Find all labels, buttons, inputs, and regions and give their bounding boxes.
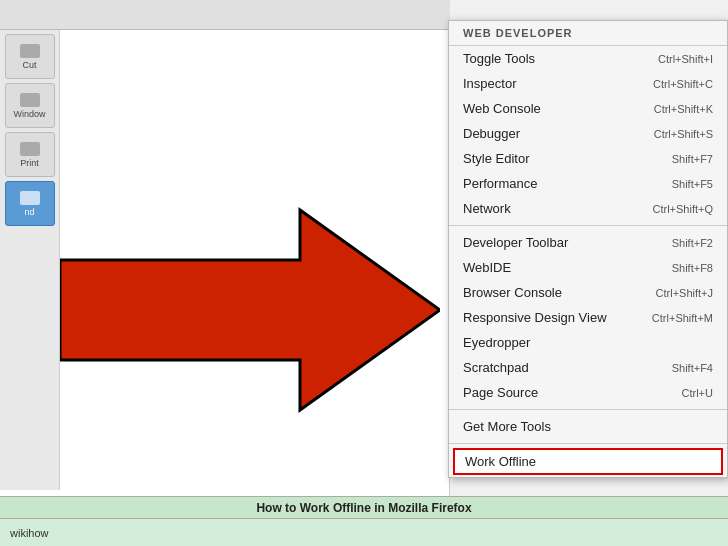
menu-label-work-offline: Work Offline: [465, 454, 536, 469]
menu-item-responsive-design[interactable]: Responsive Design View Ctrl+Shift+M: [449, 305, 727, 330]
menu-item-page-source[interactable]: Page Source Ctrl+U: [449, 380, 727, 405]
menu-item-performance[interactable]: Performance Shift+F5: [449, 171, 727, 196]
menu-item-developer-toolbar[interactable]: Developer Toolbar Shift+F2: [449, 230, 727, 255]
menu-label-network: Network: [463, 201, 511, 216]
window-icon: [20, 93, 40, 107]
menu-shortcut-scratchpad: Shift+F4: [672, 362, 713, 374]
toolbar-label-print: Print: [20, 158, 39, 168]
menu-item-toggle-tools[interactable]: Toggle Tools Ctrl+Shift+I: [449, 46, 727, 71]
menu-item-work-offline[interactable]: Work Offline: [453, 448, 723, 475]
menu-shortcut-browser-console: Ctrl+Shift+J: [656, 287, 713, 299]
arrow-container: [60, 200, 440, 420]
menu-item-network[interactable]: Network Ctrl+Shift+Q: [449, 196, 727, 221]
menu-shortcut-toggle-tools: Ctrl+Shift+I: [658, 53, 713, 65]
bottom-bar: wikihow: [0, 518, 728, 546]
toolbar-item-window[interactable]: Window: [5, 83, 55, 128]
menu-label-web-console: Web Console: [463, 101, 541, 116]
menu-shortcut-style-editor: Shift+F7: [672, 153, 713, 165]
svg-marker-0: [60, 210, 440, 410]
cut-icon: [20, 44, 40, 58]
caption-text: How to Work Offline in Mozilla Firefox: [256, 501, 471, 515]
separator-3: [449, 443, 727, 444]
separator-2: [449, 409, 727, 410]
toolbar-label-cut: Cut: [22, 60, 36, 70]
menu-label-page-source: Page Source: [463, 385, 538, 400]
menu-item-debugger[interactable]: Debugger Ctrl+Shift+S: [449, 121, 727, 146]
toolbar-item-print[interactable]: Print: [5, 132, 55, 177]
menu-label-style-editor: Style Editor: [463, 151, 529, 166]
menu-label-responsive-design: Responsive Design View: [463, 310, 607, 325]
menu-item-inspector[interactable]: Inspector Ctrl+Shift+C: [449, 71, 727, 96]
menu-label-debugger: Debugger: [463, 126, 520, 141]
menu-label-browser-console: Browser Console: [463, 285, 562, 300]
menu-label-eyedropper: Eyedropper: [463, 335, 530, 350]
menu-shortcut-developer-toolbar: Shift+F2: [672, 237, 713, 249]
toolbar-label-window: Window: [13, 109, 45, 119]
bottom-bar-text: wikihow: [10, 527, 49, 539]
print-icon: [20, 142, 40, 156]
menu-label-toggle-tools: Toggle Tools: [463, 51, 535, 66]
menu-header: Web Developer: [449, 21, 727, 46]
image-caption: How to Work Offline in Mozilla Firefox: [0, 496, 728, 518]
menu-item-eyedropper[interactable]: Eyedropper: [449, 330, 727, 355]
menu-item-webide[interactable]: WebIDE Shift+F8: [449, 255, 727, 280]
menu-label-performance: Performance: [463, 176, 537, 191]
menu-label-webide: WebIDE: [463, 260, 511, 275]
menu-shortcut-web-console: Ctrl+Shift+K: [654, 103, 713, 115]
menu-shortcut-performance: Shift+F5: [672, 178, 713, 190]
toolbar-label-nd: nd: [24, 207, 34, 217]
toolbar-item-nd[interactable]: nd: [5, 181, 55, 226]
menu-item-get-more-tools[interactable]: Get More Tools: [449, 414, 727, 439]
menu-shortcut-responsive-design: Ctrl+Shift+M: [652, 312, 713, 324]
toolbar-left: Cut Window Print nd: [0, 30, 60, 490]
menu-label-get-more-tools: Get More Tools: [463, 419, 551, 434]
menu-shortcut-page-source: Ctrl+U: [682, 387, 713, 399]
menu-label-developer-toolbar: Developer Toolbar: [463, 235, 568, 250]
menu-item-style-editor[interactable]: Style Editor Shift+F7: [449, 146, 727, 171]
nd-icon: [20, 191, 40, 205]
menu-shortcut-network: Ctrl+Shift+Q: [652, 203, 713, 215]
separator-1: [449, 225, 727, 226]
menu-item-web-console[interactable]: Web Console Ctrl+Shift+K: [449, 96, 727, 121]
title-bar: [0, 0, 450, 30]
menu-shortcut-webide: Shift+F8: [672, 262, 713, 274]
toolbar-item-cut[interactable]: Cut: [5, 34, 55, 79]
menu-label-scratchpad: Scratchpad: [463, 360, 529, 375]
menu-item-browser-console[interactable]: Browser Console Ctrl+Shift+J: [449, 280, 727, 305]
red-arrow-svg: [60, 200, 440, 420]
menu-shortcut-debugger: Ctrl+Shift+S: [654, 128, 713, 140]
menu-shortcut-inspector: Ctrl+Shift+C: [653, 78, 713, 90]
menu-item-scratchpad[interactable]: Scratchpad Shift+F4: [449, 355, 727, 380]
web-developer-menu: Web Developer Toggle Tools Ctrl+Shift+I …: [448, 20, 728, 478]
menu-label-inspector: Inspector: [463, 76, 516, 91]
